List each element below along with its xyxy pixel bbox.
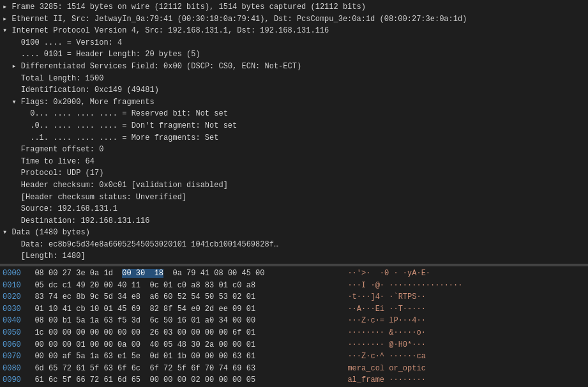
hex-ascii: ·t···]4· ·`RTPS··: [347, 291, 425, 303]
hex-bytes: 1c 00 00 00 00 00 00 00 26 03 00 00 00 0…: [34, 327, 347, 339]
tree-line: .... 0101 = Header Length: 20 bytes (5): [3, 49, 585, 61]
hex-ascii: ··A···Ei ··T·-···: [347, 303, 425, 315]
hex-offset: 0060: [3, 339, 34, 351]
tree-line: Destination: 192.168.131.116: [3, 215, 585, 227]
hex-ascii: ···Z·c·= lP···4··: [347, 315, 425, 327]
tree-line: Protocol: UDP (17): [3, 167, 585, 179]
tree-line: [Header checksum status: Unverified]: [3, 192, 585, 204]
tree-line: Total Length: 1500: [3, 73, 585, 85]
hex-offset: 0010: [3, 280, 34, 292]
hex-bytes: 6d 65 72 61 5f 63 6f 6c 6f 72 5f 6f 70 7…: [34, 363, 347, 375]
tree-line: ..1. .... .... .... = More fragments: Se…: [3, 132, 585, 144]
hex-ascii: al_frame ········: [347, 374, 425, 386]
hex-bytes: 01 10 41 cb 10 01 45 69 82 8f 54 e0 2d e…: [34, 303, 347, 315]
tree-line: Time to live: 64: [3, 156, 585, 168]
hex-row: 0050 1c 00 00 00 00 00 00 00 26 03 00 00…: [3, 327, 585, 339]
hex-row: 0000 08 00 27 3e 0a 1d 00 30 18 0a 79 41…: [3, 268, 585, 280]
hex-ascii: ········ &·····o·: [347, 327, 425, 339]
tree-line: [Length: 1480]: [3, 250, 585, 262]
hex-bytes: 00 00 00 01 00 00 0a 00 40 05 48 30 2a 0…: [34, 339, 347, 351]
hex-row: 0010 05 dc c1 49 20 00 40 11 0c 01 c0 a8…: [3, 280, 585, 292]
tree-line: Source: 192.168.131.1: [3, 203, 585, 215]
tree-line: ▸ Differentiated Services Field: 0x00 (D…: [3, 61, 585, 73]
hex-row: 0080 6d 65 72 61 5f 63 6f 6c 6f 72 5f 6f…: [3, 363, 585, 375]
tree-line: Fragment offset: 0: [3, 144, 585, 156]
hex-bytes: 08 00 27 3e 0a 1d 00 30 18 0a 79 41 08 0…: [34, 268, 347, 280]
packet-tree: ▸ Frame 3285: 1514 bytes on wire (12112 …: [0, 0, 588, 264]
hex-selected: 00 30 18: [122, 269, 163, 278]
hex-row: 0070 00 00 af 5a 1a 63 e1 5e 0d 01 1b 00…: [3, 351, 585, 363]
hex-ascii: mera_col or_optic: [347, 363, 425, 375]
hex-row: 0090 61 6c 5f 66 72 61 6d 65 00 00 00 02…: [3, 374, 585, 386]
tree-line: ▸ Frame 3285: 1514 bytes on wire (12112 …: [3, 1, 585, 13]
tree-line: Data: ec8b9c5d34e8a66052545053020101 104…: [3, 239, 585, 251]
hex-offset: 0050: [3, 327, 34, 339]
hex-row: 0060 00 00 00 01 00 00 0a 00 40 05 48 30…: [3, 339, 585, 351]
hex-row: 0020 83 74 ec 8b 9c 5d 34 e8 a6 60 52 54…: [3, 291, 585, 303]
hex-row: 0030 01 10 41 cb 10 01 45 69 82 8f 54 e0…: [3, 303, 585, 315]
tree-line: .0.. .... .... .... = Don't fragment: No…: [3, 120, 585, 132]
tree-line: 0100 .... = Version: 4: [3, 37, 585, 49]
hex-offset: 0040: [3, 315, 34, 327]
tree-line: 0... .... .... .... = Reserved bit: Not …: [3, 108, 585, 120]
hex-panel: 0000 08 00 27 3e 0a 1d 00 30 18 0a 79 41…: [0, 266, 588, 387]
hex-bytes: 61 6c 5f 66 72 61 6d 65 00 00 00 02 00 0…: [34, 374, 347, 386]
hex-bytes: 83 74 ec 8b 9c 5d 34 e8 a6 60 52 54 50 5…: [34, 291, 347, 303]
hex-offset: 0070: [3, 351, 34, 363]
hex-bytes: 08 00 b1 5a 1a 63 f5 3d 6c 50 16 01 a0 3…: [34, 315, 347, 327]
hex-offset: 0000: [3, 268, 34, 280]
hex-ascii: ········ @·H0*···: [347, 339, 425, 351]
hex-offset: 0090: [3, 374, 34, 386]
tree-line: Identification: 0xc149 (49481): [3, 84, 585, 96]
tree-line: ▾ Data (1480 bytes): [3, 227, 585, 239]
tree-line: ▾ Flags: 0x2000, More fragments: [3, 96, 585, 109]
tree-line: Header checksum: 0x0c01 [validation disa…: [3, 179, 585, 192]
hex-offset: 0020: [3, 291, 34, 303]
hex-ascii: ···I ·@· ················: [347, 280, 462, 292]
hex-bytes: 00 00 af 5a 1a 63 e1 5e 0d 01 1b 00 00 0…: [34, 351, 347, 363]
tree-line: ▾ Internet Protocol Version 4, Src: 192.…: [3, 25, 585, 37]
hex-row: 0040 08 00 b1 5a 1a 63 f5 3d 6c 50 16 01…: [3, 315, 585, 327]
hex-offset: 0030: [3, 303, 34, 315]
tree-line: ▸ Ethernet II, Src: JetwayIn_0a:79:41 (0…: [3, 13, 585, 26]
hex-bytes: 05 dc c1 49 20 00 40 11 0c 01 c0 a8 83 0…: [34, 280, 347, 292]
hex-offset: 0080: [3, 363, 34, 375]
hex-ascii: ··'>· ·0 · ·yA·E·: [347, 268, 430, 280]
hex-ascii: ···Z·c·^ ······ca: [347, 351, 425, 363]
